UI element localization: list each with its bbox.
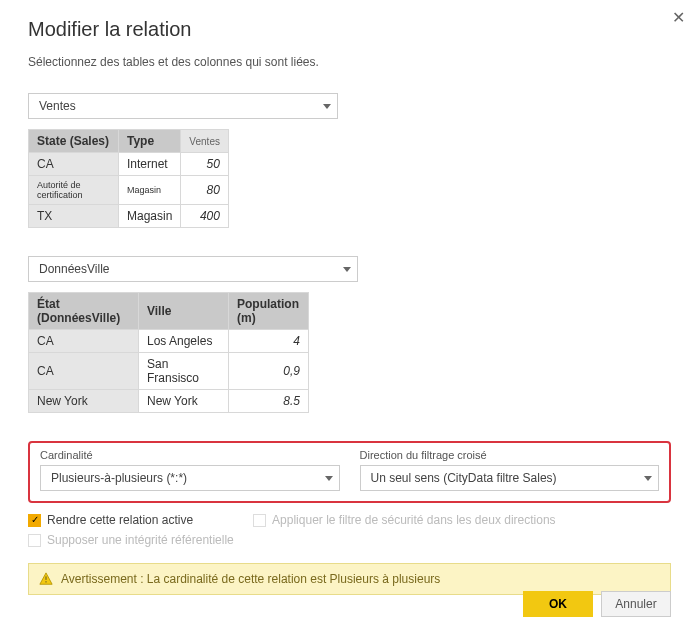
highlighted-options: Cardinalité Plusieurs-à-plusieurs (*:*) …	[28, 441, 671, 503]
table1-preview: State (Sales) Type Ventes CA Internet 50…	[28, 129, 671, 228]
warning-icon	[39, 572, 53, 586]
table-row: New York New York 8.5	[29, 390, 309, 413]
check-integrity: Supposer une intégrité référentielle	[28, 533, 671, 547]
dialog-footer: OK Annuler	[523, 591, 671, 617]
table2-header-pop: Population (m)	[229, 293, 309, 330]
checkbox-icon: ✓	[28, 514, 41, 527]
cardinality-value: Plusieurs-à-plusieurs (*:*)	[51, 471, 187, 485]
table-row: CA San Fransisco 0,9	[29, 353, 309, 390]
ok-button[interactable]: OK	[523, 591, 593, 617]
table1-select-value: Ventes	[39, 99, 76, 113]
cardinality-select[interactable]: Plusieurs-à-plusieurs (*:*)	[40, 465, 340, 491]
check-security-label: Appliquer le filtre de sécurité dans les…	[272, 513, 556, 527]
close-icon[interactable]: ✕	[672, 8, 685, 27]
chevron-down-icon	[323, 104, 331, 109]
check-security: Appliquer le filtre de sécurité dans les…	[253, 513, 556, 527]
table1-header-type: Type	[119, 130, 181, 153]
dialog-subtitle: Sélectionnez des tables et des colonnes …	[28, 55, 671, 69]
cancel-button[interactable]: Annuler	[601, 591, 671, 617]
svg-rect-2	[45, 581, 46, 582]
table1-select[interactable]: Ventes	[28, 93, 338, 119]
table2-preview: État (DonnéesVille) Ville Population (m)…	[28, 292, 671, 413]
chevron-down-icon	[343, 267, 351, 272]
crossfilter-value: Un seul sens (CityData filtre Sales)	[371, 471, 557, 485]
warning-text: Avertissement : La cardinalité de cette …	[61, 572, 440, 586]
table2-select-value: DonnéesVille	[39, 262, 110, 276]
svg-rect-1	[45, 576, 46, 580]
chevron-down-icon	[644, 476, 652, 481]
check-active-label: Rendre cette relation active	[47, 513, 193, 527]
table1-header-state: State (Sales)	[29, 130, 119, 153]
table2-header-ville: Ville	[139, 293, 229, 330]
table1-header-ventes: Ventes	[181, 130, 229, 153]
table-row: Autorité de certification Magasin 80	[29, 176, 229, 205]
table-row: TX Magasin 400	[29, 205, 229, 228]
table-row: CA Internet 50	[29, 153, 229, 176]
crossfilter-select[interactable]: Un seul sens (CityData filtre Sales)	[360, 465, 660, 491]
checkbox-icon	[28, 534, 41, 547]
crossfilter-label: Direction du filtrage croisé	[360, 449, 660, 461]
dialog-title: Modifier la relation	[28, 18, 671, 41]
table2-header-etat: État (DonnéesVille)	[29, 293, 139, 330]
cardinality-label: Cardinalité	[40, 449, 340, 461]
check-active[interactable]: ✓ Rendre cette relation active	[28, 513, 193, 527]
checkbox-icon	[253, 514, 266, 527]
chevron-down-icon	[325, 476, 333, 481]
table2-select[interactable]: DonnéesVille	[28, 256, 358, 282]
table-row: CA Los Angeles 4	[29, 330, 309, 353]
check-integrity-label: Supposer une intégrité référentielle	[47, 533, 234, 547]
